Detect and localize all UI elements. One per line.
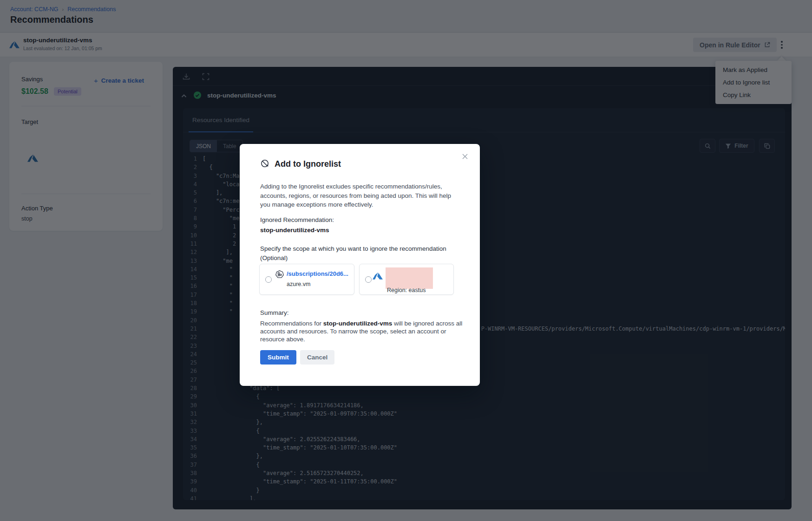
close-icon[interactable]	[461, 151, 471, 162]
account-region-text: Region: eastus	[387, 287, 426, 293]
azure-icon	[373, 271, 383, 281]
submit-button[interactable]: Submit	[260, 350, 296, 365]
summary-label: Summary:	[260, 309, 289, 316]
resource-type-text: azure.vm	[287, 281, 310, 287]
redacted-account-name	[386, 267, 433, 289]
recommendations-page: Account: CCM-NG › Recommendations Recomm…	[0, 0, 812, 521]
ignored-recommendation-value: stop-underutilized-vms	[260, 227, 329, 234]
cancel-button[interactable]: Cancel	[300, 350, 334, 365]
add-to-ignorelist-modal: Add to Ignorelist Adding to the Ignoreli…	[240, 144, 480, 386]
resource-radio[interactable]	[265, 276, 272, 283]
modal-description: Adding to the Ignorelist excludes specif…	[260, 182, 463, 209]
modal-title: Add to Ignorelist	[275, 159, 341, 169]
ignore-icon	[260, 159, 270, 169]
account-radio[interactable]	[365, 276, 372, 283]
ignored-recommendation-label: Ignored Recommendation:	[260, 216, 334, 223]
scope-label: Specify the scope at which you want to i…	[260, 244, 470, 263]
scope-option-resource[interactable]: /subscriptions/20d6... azure.vm	[259, 264, 354, 295]
resource-subscription-link[interactable]: /subscriptions/20d6...	[287, 270, 348, 277]
scope-option-account[interactable]: Region: eastus	[359, 264, 454, 295]
resource-type-icon	[275, 270, 284, 279]
summary-text: Recommendations for stop-underutilized-v…	[260, 319, 465, 343]
